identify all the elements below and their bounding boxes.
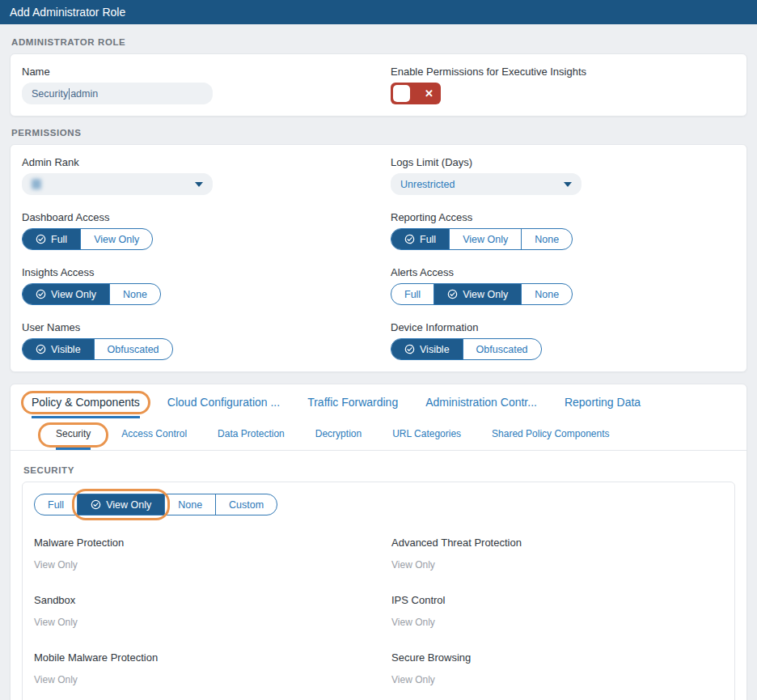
user-names-label: User Names	[22, 321, 391, 333]
alerts-access-label: Alerts Access	[391, 266, 735, 278]
text-cursor	[69, 88, 70, 100]
device-information-option-obfuscated[interactable]: Obfuscated	[463, 339, 541, 359]
advanced-threat-protection-label: Advanced Threat Protection	[391, 537, 723, 549]
sandbox-value: View Only	[34, 617, 391, 628]
user-names-option-obfuscated[interactable]: Obfuscated	[94, 339, 172, 359]
admin-rank-group: Admin Rank	[22, 156, 391, 195]
subtab-data-protection[interactable]: Data Protection	[218, 428, 285, 450]
option-label: Full	[48, 499, 64, 511]
option-label: View Only	[463, 289, 508, 300]
option-label: None	[178, 499, 202, 511]
administrator-role-section-label: ADMINISTRATOR ROLE	[11, 37, 746, 47]
dashboard-access-option-view-only[interactable]: View Only	[80, 229, 152, 249]
chevron-down-icon	[564, 182, 572, 187]
check-circle-icon	[404, 234, 415, 244]
tab-cloud-configuration[interactable]: Cloud Configuration ...	[167, 396, 280, 418]
option-label: Visible	[51, 344, 81, 355]
insights-access-option-none[interactable]: None	[109, 284, 160, 304]
tab-traffic-forwarding[interactable]: Traffic Forwarding	[307, 396, 398, 418]
reporting-access-segmented: FullView OnlyNone	[391, 228, 573, 250]
reporting-access-option-view-only[interactable]: View Only	[449, 229, 521, 249]
security-section-label: SECURITY	[23, 465, 734, 475]
dashboard-access-option-full[interactable]: Full	[23, 229, 80, 249]
security-option-custom[interactable]: Custom	[215, 494, 277, 515]
security-option-view-only[interactable]: View Only	[77, 494, 164, 515]
security-option-full[interactable]: Full	[35, 494, 77, 515]
option-label: Full	[420, 234, 436, 245]
option-label: Obfuscated	[476, 344, 528, 355]
user-names-group: User NamesVisibleObfuscated	[22, 321, 391, 360]
insights-access-option-view-only[interactable]: View Only	[23, 284, 109, 304]
logs-limit-days-label: Logs Limit (Days)	[391, 156, 735, 168]
malware-protection-value: View Only	[34, 559, 391, 571]
tab-administration-contr[interactable]: Administration Contr...	[425, 396, 537, 418]
user-names-segmented: VisibleObfuscated	[22, 338, 173, 360]
alerts-access-segmented: FullView OnlyNone	[391, 283, 573, 305]
blurred-value	[32, 179, 41, 189]
subtab-security[interactable]: Security	[56, 428, 91, 450]
reporting-access-option-none[interactable]: None	[521, 229, 572, 249]
check-circle-icon	[36, 344, 46, 354]
sandbox-label: Sandbox	[34, 594, 391, 606]
option-label: Custom	[229, 499, 264, 511]
executive-insights-toggle[interactable]: ✕	[391, 83, 441, 104]
subtab-decryption[interactable]: Decryption	[315, 428, 362, 450]
permissions-section-label: PERMISSIONS	[11, 128, 746, 138]
tab-reporting-data[interactable]: Reporting Data	[565, 396, 641, 418]
main-tabs: Policy & ComponentsCloud Configuration .…	[11, 384, 746, 418]
ips-control-value: View Only	[391, 617, 723, 628]
device-information-group: Device InformationVisibleObfuscated	[391, 321, 735, 360]
device-information-label: Device Information	[391, 321, 735, 333]
logs-limit-days-select[interactable]: Unrestricted	[391, 173, 581, 195]
security-segmented: FullView OnlyNoneCustom	[34, 494, 277, 515]
admin-rank-label: Admin Rank	[22, 156, 391, 168]
device-information-option-visible[interactable]: Visible	[391, 339, 463, 359]
security-panel: SECURITY FullView OnlyNoneCustom Malware…	[11, 451, 746, 700]
mobile-malware-protection-label: Mobile Malware Protection	[34, 651, 391, 664]
alerts-access-option-none[interactable]: None	[521, 284, 572, 304]
subtab-access-control[interactable]: Access Control	[121, 428, 187, 450]
subtab-url-categories[interactable]: URL Categories	[392, 428, 461, 450]
alerts-access-option-full[interactable]: Full	[391, 284, 433, 304]
option-label: View Only	[106, 499, 151, 511]
name-field-group: Name Security admin	[22, 66, 391, 104]
secure-browsing-field: Secure BrowsingView Only	[391, 651, 723, 685]
insights-access-group: Insights AccessView OnlyNone	[22, 266, 391, 305]
reporting-access-option-full[interactable]: Full	[391, 229, 449, 249]
name-value-before-cursor: Security	[32, 88, 68, 100]
option-label: Obfuscated	[108, 344, 159, 355]
permissions-card: Admin RankLogs Limit (Days)UnrestrictedD…	[10, 144, 747, 372]
page-title: Add Administrator Role	[10, 6, 125, 19]
name-input[interactable]: Security admin	[22, 83, 213, 104]
security-access-segmented: FullView OnlyNoneCustom	[34, 494, 723, 515]
tab-policy-components[interactable]: Policy & Components	[32, 396, 140, 418]
logs-limit-days-group: Logs Limit (Days)Unrestricted	[391, 156, 735, 195]
name-label: Name	[22, 66, 391, 78]
option-label: View Only	[463, 234, 508, 245]
name-value-after-cursor: admin	[70, 88, 98, 100]
check-circle-icon	[447, 289, 458, 299]
option-label: None	[123, 289, 147, 300]
alerts-access-option-view-only[interactable]: View Only	[433, 284, 521, 304]
option-label: None	[535, 289, 559, 300]
security-card: FullView OnlyNoneCustom Malware Protecti…	[22, 482, 735, 700]
user-names-option-visible[interactable]: Visible	[23, 339, 94, 359]
insights-access-segmented: View OnlyNone	[22, 283, 161, 305]
check-circle-icon	[36, 289, 46, 299]
advanced-threat-protection-value: View Only	[391, 559, 723, 571]
ips-control-field: IPS ControlView Only	[391, 594, 723, 628]
admin-rank-select[interactable]	[22, 173, 213, 195]
reporting-access-label: Reporting Access	[391, 211, 735, 223]
option-label: Visible	[420, 344, 450, 355]
check-circle-icon	[404, 344, 415, 354]
tabs-card: Policy & ComponentsCloud Configuration .…	[10, 384, 747, 700]
device-information-segmented: VisibleObfuscated	[391, 338, 542, 360]
subtab-shared-policy-components[interactable]: Shared Policy Components	[492, 428, 609, 450]
security-option-none[interactable]: None	[164, 494, 215, 515]
dashboard-access-segmented: FullView Only	[22, 228, 153, 250]
secure-browsing-value: View Only	[391, 674, 723, 685]
toggle-knob	[393, 85, 410, 102]
secure-browsing-label: Secure Browsing	[391, 651, 723, 664]
mobile-malware-protection-field: Mobile Malware ProtectionView Only	[34, 651, 391, 685]
permissions-grid: Admin RankLogs Limit (Days)UnrestrictedD…	[22, 156, 735, 360]
